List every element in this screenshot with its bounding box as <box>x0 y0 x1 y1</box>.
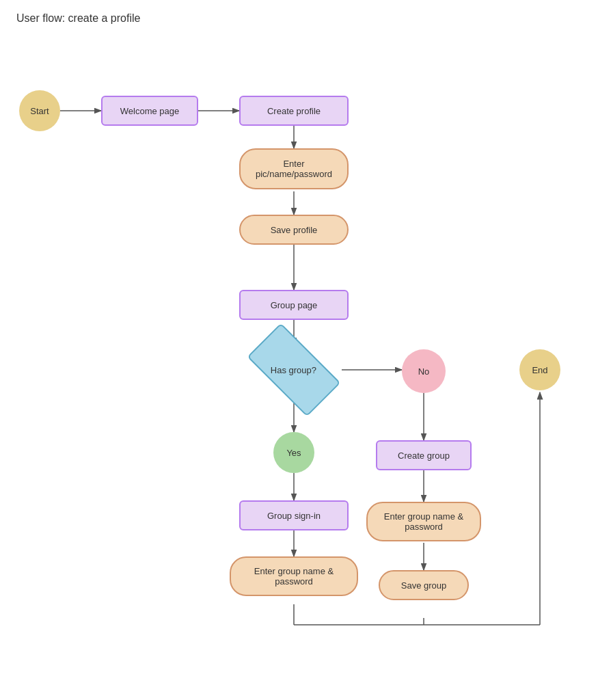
group-signin-node: Group sign-in <box>239 500 349 530</box>
welcome-page-node: Welcome page <box>101 96 198 126</box>
end-node: End <box>519 349 560 390</box>
enter-group-name-left-node: Enter group name & password <box>230 556 358 596</box>
create-group-node: Create group <box>376 440 472 470</box>
enter-pic-node: Enter pic/name/password <box>239 148 349 189</box>
no-node: No <box>402 349 446 393</box>
create-profile-node: Create profile <box>239 96 349 126</box>
has-group-node: Has group? <box>247 323 340 416</box>
enter-group-name-right-node: Enter group name & password <box>366 502 481 541</box>
group-page-node: Group page <box>239 290 349 320</box>
page-title: User flow: create a profile <box>0 0 598 30</box>
save-profile-node: Save profile <box>239 215 349 245</box>
diagram-container: Start Welcome page Create profile Enter … <box>0 30 598 700</box>
save-group-node: Save group <box>379 570 469 600</box>
yes-node: Yes <box>273 432 314 473</box>
start-node: Start <box>19 90 60 131</box>
